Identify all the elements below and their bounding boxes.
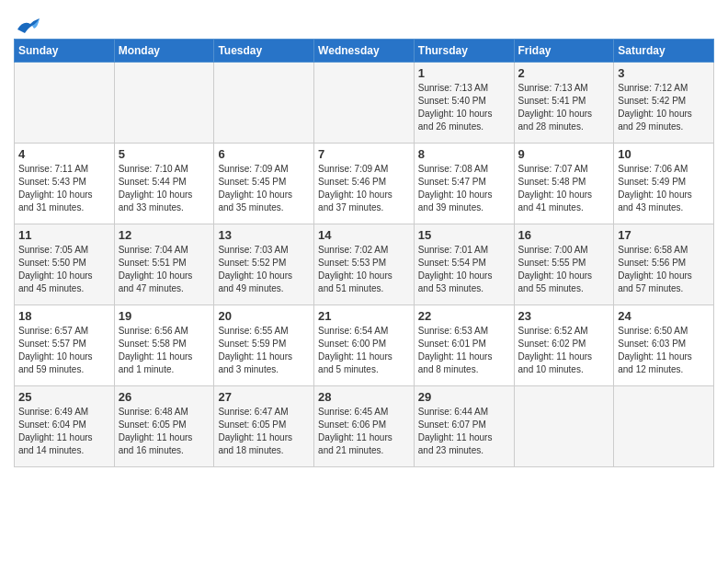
day-info: Sunrise: 7:08 AM Sunset: 5:47 PM Dayligh…: [418, 163, 510, 214]
page-header: [14, 9, 714, 31]
day-info: Sunrise: 7:13 AM Sunset: 5:40 PM Dayligh…: [418, 82, 510, 133]
day-number: 19: [119, 309, 210, 323]
header-tuesday: Tuesday: [214, 40, 314, 63]
day-info: Sunrise: 6:53 AM Sunset: 6:01 PM Dayligh…: [418, 325, 510, 376]
calendar-cell: 2Sunrise: 7:13 AM Sunset: 5:41 PM Daylig…: [514, 63, 614, 144]
day-number: 15: [418, 228, 510, 242]
calendar-cell: 13Sunrise: 7:03 AM Sunset: 5:52 PM Dayli…: [214, 224, 314, 305]
day-number: 28: [318, 390, 410, 404]
day-number: 20: [218, 309, 310, 323]
calendar-cell: 21Sunrise: 6:54 AM Sunset: 6:00 PM Dayli…: [314, 305, 415, 386]
day-number: 13: [218, 228, 310, 242]
calendar-table: SundayMondayTuesdayWednesdayThursdayFrid…: [14, 39, 714, 467]
day-info: Sunrise: 6:48 AM Sunset: 6:05 PM Dayligh…: [119, 406, 210, 457]
logo-bird-icon: [16, 17, 41, 35]
calendar-cell: 10Sunrise: 7:06 AM Sunset: 5:49 PM Dayli…: [614, 144, 714, 224]
day-number: 3: [618, 66, 710, 80]
day-number: 8: [418, 147, 510, 161]
day-info: Sunrise: 7:06 AM Sunset: 5:49 PM Dayligh…: [618, 163, 710, 214]
calendar-cell: 23Sunrise: 6:52 AM Sunset: 6:02 PM Dayli…: [514, 305, 614, 386]
header-saturday: Saturday: [614, 40, 714, 63]
day-number: 16: [518, 228, 610, 242]
day-info: Sunrise: 7:11 AM Sunset: 5:43 PM Dayligh…: [18, 163, 110, 214]
day-number: 24: [618, 309, 710, 323]
calendar-cell: 1Sunrise: 7:13 AM Sunset: 5:40 PM Daylig…: [414, 63, 514, 144]
header-wednesday: Wednesday: [314, 40, 415, 63]
calendar-cell: [514, 386, 614, 467]
day-info: Sunrise: 6:57 AM Sunset: 5:57 PM Dayligh…: [18, 325, 110, 376]
week-row-3: 11Sunrise: 7:05 AM Sunset: 5:50 PM Dayli…: [15, 224, 714, 305]
day-number: 21: [318, 309, 410, 323]
day-info: Sunrise: 6:58 AM Sunset: 5:56 PM Dayligh…: [618, 244, 710, 295]
day-info: Sunrise: 7:04 AM Sunset: 5:51 PM Dayligh…: [119, 244, 210, 295]
day-info: Sunrise: 6:50 AM Sunset: 6:03 PM Dayligh…: [618, 325, 710, 376]
day-number: 5: [119, 147, 210, 161]
week-row-2: 4Sunrise: 7:11 AM Sunset: 5:43 PM Daylig…: [15, 144, 714, 224]
calendar-cell: 15Sunrise: 7:01 AM Sunset: 5:54 PM Dayli…: [414, 224, 514, 305]
day-number: 10: [618, 147, 710, 161]
calendar-cell: [114, 63, 214, 144]
day-number: 4: [18, 147, 110, 161]
week-row-5: 25Sunrise: 6:49 AM Sunset: 6:04 PM Dayli…: [15, 386, 714, 467]
day-number: 27: [218, 390, 310, 404]
day-info: Sunrise: 7:03 AM Sunset: 5:52 PM Dayligh…: [218, 244, 310, 295]
day-number: 17: [618, 228, 710, 242]
calendar-cell: 22Sunrise: 6:53 AM Sunset: 6:01 PM Dayli…: [414, 305, 514, 386]
day-number: 18: [18, 309, 110, 323]
calendar-cell: 26Sunrise: 6:48 AM Sunset: 6:05 PM Dayli…: [114, 386, 214, 467]
day-info: Sunrise: 7:02 AM Sunset: 5:53 PM Dayligh…: [318, 244, 410, 295]
day-number: 6: [218, 147, 310, 161]
calendar-cell: [314, 63, 415, 144]
logo: [14, 17, 41, 31]
calendar-cell: 6Sunrise: 7:09 AM Sunset: 5:45 PM Daylig…: [214, 144, 314, 224]
day-number: 22: [418, 309, 510, 323]
calendar-cell: 19Sunrise: 6:56 AM Sunset: 5:58 PM Dayli…: [114, 305, 214, 386]
day-number: 1: [418, 66, 510, 80]
day-info: Sunrise: 7:07 AM Sunset: 5:48 PM Dayligh…: [518, 163, 610, 214]
calendar-cell: 20Sunrise: 6:55 AM Sunset: 5:59 PM Dayli…: [214, 305, 314, 386]
day-number: 12: [119, 228, 210, 242]
header-friday: Friday: [514, 40, 614, 63]
calendar-cell: [15, 63, 115, 144]
day-number: 25: [18, 390, 110, 404]
calendar-cell: 8Sunrise: 7:08 AM Sunset: 5:47 PM Daylig…: [414, 144, 514, 224]
day-info: Sunrise: 7:09 AM Sunset: 5:46 PM Dayligh…: [318, 163, 410, 214]
day-info: Sunrise: 6:55 AM Sunset: 5:59 PM Dayligh…: [218, 325, 310, 376]
day-info: Sunrise: 6:47 AM Sunset: 6:05 PM Dayligh…: [218, 406, 310, 457]
calendar-cell: 27Sunrise: 6:47 AM Sunset: 6:05 PM Dayli…: [214, 386, 314, 467]
calendar-cell: 12Sunrise: 7:04 AM Sunset: 5:51 PM Dayli…: [114, 224, 214, 305]
day-number: 26: [119, 390, 210, 404]
day-info: Sunrise: 6:56 AM Sunset: 5:58 PM Dayligh…: [119, 325, 210, 376]
header-monday: Monday: [114, 40, 214, 63]
calendar-cell: [614, 386, 714, 467]
calendar-cell: 4Sunrise: 7:11 AM Sunset: 5:43 PM Daylig…: [15, 144, 115, 224]
day-info: Sunrise: 6:54 AM Sunset: 6:00 PM Dayligh…: [318, 325, 410, 376]
header-row: SundayMondayTuesdayWednesdayThursdayFrid…: [15, 40, 714, 63]
calendar-cell: 25Sunrise: 6:49 AM Sunset: 6:04 PM Dayli…: [15, 386, 115, 467]
day-info: Sunrise: 7:00 AM Sunset: 5:55 PM Dayligh…: [518, 244, 610, 295]
calendar-cell: 28Sunrise: 6:45 AM Sunset: 6:06 PM Dayli…: [314, 386, 415, 467]
day-info: Sunrise: 6:44 AM Sunset: 6:07 PM Dayligh…: [418, 406, 510, 457]
calendar-cell: 16Sunrise: 7:00 AM Sunset: 5:55 PM Dayli…: [514, 224, 614, 305]
calendar-cell: 7Sunrise: 7:09 AM Sunset: 5:46 PM Daylig…: [314, 144, 415, 224]
day-number: 9: [518, 147, 610, 161]
calendar-cell: 5Sunrise: 7:10 AM Sunset: 5:44 PM Daylig…: [114, 144, 214, 224]
day-info: Sunrise: 7:05 AM Sunset: 5:50 PM Dayligh…: [18, 244, 110, 295]
calendar-cell: 18Sunrise: 6:57 AM Sunset: 5:57 PM Dayli…: [15, 305, 115, 386]
day-number: 11: [18, 228, 110, 242]
day-info: Sunrise: 7:13 AM Sunset: 5:41 PM Dayligh…: [518, 82, 610, 133]
calendar-cell: 11Sunrise: 7:05 AM Sunset: 5:50 PM Dayli…: [15, 224, 115, 305]
week-row-1: 1Sunrise: 7:13 AM Sunset: 5:40 PM Daylig…: [15, 63, 714, 144]
day-info: Sunrise: 6:52 AM Sunset: 6:02 PM Dayligh…: [518, 325, 610, 376]
day-info: Sunrise: 7:12 AM Sunset: 5:42 PM Dayligh…: [618, 82, 710, 133]
week-row-4: 18Sunrise: 6:57 AM Sunset: 5:57 PM Dayli…: [15, 305, 714, 386]
day-info: Sunrise: 7:09 AM Sunset: 5:45 PM Dayligh…: [218, 163, 310, 214]
calendar-cell: 14Sunrise: 7:02 AM Sunset: 5:53 PM Dayli…: [314, 224, 415, 305]
calendar-cell: 29Sunrise: 6:44 AM Sunset: 6:07 PM Dayli…: [414, 386, 514, 467]
day-number: 7: [318, 147, 410, 161]
calendar-cell: [214, 63, 314, 144]
header-thursday: Thursday: [414, 40, 514, 63]
day-info: Sunrise: 6:49 AM Sunset: 6:04 PM Dayligh…: [18, 406, 110, 457]
day-info: Sunrise: 6:45 AM Sunset: 6:06 PM Dayligh…: [318, 406, 410, 457]
calendar-cell: 9Sunrise: 7:07 AM Sunset: 5:48 PM Daylig…: [514, 144, 614, 224]
